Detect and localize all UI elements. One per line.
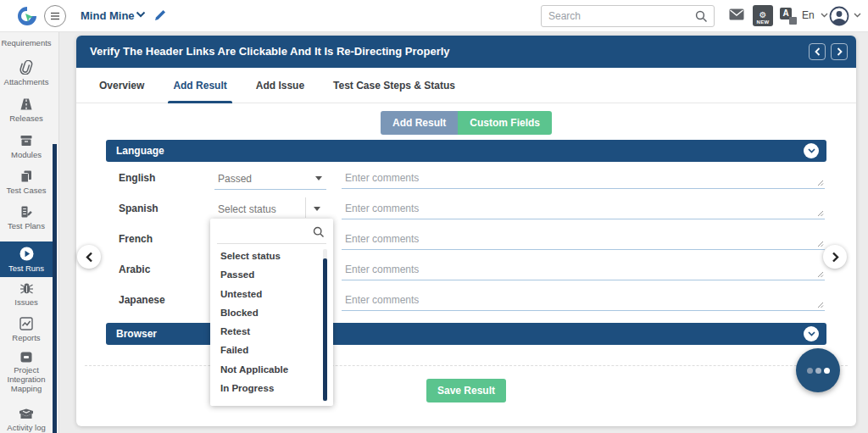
option-not-applicable[interactable]: Not Applicable xyxy=(210,360,333,379)
row-label: French xyxy=(119,233,153,245)
dropdown-scrollbar-thumb[interactable] xyxy=(323,258,327,401)
whats-new-icon[interactable]: ⚙ NEW xyxy=(753,5,773,26)
chevron-left-icon xyxy=(86,252,93,263)
floating-more-actions-button[interactable] xyxy=(796,348,840,392)
resize-grip-icon[interactable] xyxy=(817,241,824,247)
comment-textarea[interactable] xyxy=(342,257,825,280)
save-area: Save Result xyxy=(76,379,856,402)
chevron-left-icon xyxy=(815,47,821,56)
bug-icon xyxy=(19,281,34,295)
chevron-down-icon[interactable] xyxy=(136,11,146,18)
road-icon xyxy=(19,97,33,111)
search-input[interactable] xyxy=(548,7,688,25)
comment-field-french xyxy=(342,226,825,251)
translate-small-square xyxy=(789,17,797,25)
language-row-arabic: Arabic xyxy=(76,254,856,285)
divider xyxy=(85,365,848,366)
add-result-button[interactable]: Add Result xyxy=(381,111,458,135)
tab-add-issue[interactable]: Add Issue xyxy=(256,68,304,103)
user-avatar[interactable] xyxy=(829,6,849,26)
sidebar-item-reports[interactable]: Reports xyxy=(0,317,53,342)
expand-section-button[interactable] xyxy=(804,326,819,341)
copy-pages-icon xyxy=(19,169,33,183)
comment-field-english xyxy=(342,165,825,190)
resize-grip-icon[interactable] xyxy=(817,210,824,217)
tab-test-case-steps-status[interactable]: Test Case Steps & Status xyxy=(333,68,455,103)
project-selector[interactable]: Mind Mine xyxy=(81,9,135,22)
search-icon[interactable] xyxy=(695,10,708,23)
option-blocked[interactable]: Blocked xyxy=(210,303,333,322)
comment-field-arabic xyxy=(342,257,825,281)
sidebar-item-modules[interactable]: Modules xyxy=(0,134,53,159)
chart-icon xyxy=(19,317,33,330)
paperclip-icon xyxy=(19,60,33,75)
app-logo-icon[interactable] xyxy=(17,6,37,26)
section-title: Language xyxy=(116,145,164,157)
comment-field-japanese xyxy=(342,287,825,312)
tab-add-result[interactable]: Add Result xyxy=(173,68,226,103)
search-box xyxy=(541,5,715,27)
hamburger-menu-button[interactable] xyxy=(44,5,66,27)
sidebar-item-issues[interactable]: Issues xyxy=(0,281,53,307)
option-select-status[interactable]: Select status xyxy=(210,247,333,265)
comment-textarea[interactable] xyxy=(342,196,825,219)
sidebar-item-activity-log[interactable]: Activity log xyxy=(0,408,53,432)
comment-textarea[interactable] xyxy=(342,287,825,311)
sidebar-item-project-integration-mapping[interactable]: Project Integration Mapping xyxy=(0,352,53,393)
top-bar: Mind Mine ⚙ NEW A En xyxy=(0,0,868,32)
dropdown-search-input[interactable] xyxy=(217,220,302,241)
collapse-section-button[interactable] xyxy=(804,143,819,158)
tab-overview[interactable]: Overview xyxy=(99,68,144,103)
chevron-down-icon[interactable] xyxy=(821,13,828,18)
caret-down-icon xyxy=(315,176,322,180)
sidebar-item-test-cases[interactable]: Test Cases xyxy=(0,169,53,195)
comment-field-spanish xyxy=(342,196,825,220)
option-untested[interactable]: Untested xyxy=(210,285,333,303)
option-failed[interactable]: Failed xyxy=(210,341,333,359)
option-in-progress[interactable]: In Progress xyxy=(210,379,333,397)
edit-pencil-icon[interactable] xyxy=(154,9,166,21)
play-circle-icon xyxy=(19,247,34,261)
sidebar: Requirements Attachments Releases Module… xyxy=(0,32,59,433)
sidebar-item-attachments[interactable]: Attachments xyxy=(0,60,53,86)
status-select-spanish[interactable]: Select status xyxy=(214,196,326,220)
carousel-next-button[interactable] xyxy=(823,245,847,269)
language-section-header[interactable]: Language xyxy=(106,140,826,162)
save-result-button[interactable]: Save Result xyxy=(426,379,506,402)
sidebar-item-test-plans[interactable]: Test Plans xyxy=(0,205,53,230)
sidebar-item-test-runs[interactable]: Test Runs xyxy=(0,241,53,277)
sidebar-item-releases[interactable]: Releases xyxy=(0,97,53,123)
option-passed[interactable]: Passed xyxy=(210,265,333,284)
row-label: Spanish xyxy=(119,203,159,214)
language-selector[interactable]: En xyxy=(802,9,815,21)
sidebar-item-requirements[interactable]: Requirements xyxy=(0,38,53,47)
resize-grip-icon[interactable] xyxy=(817,302,824,308)
next-test-case-button[interactable] xyxy=(831,43,848,60)
row-label: Arabic xyxy=(119,264,150,275)
section-title: Browser xyxy=(116,328,157,340)
resize-grip-icon[interactable] xyxy=(817,180,824,186)
translate-icon[interactable]: A xyxy=(780,8,797,25)
carousel-prev-button[interactable] xyxy=(77,245,101,269)
card-header: Verify The Header Links Are Clickable An… xyxy=(76,36,856,68)
comment-textarea[interactable] xyxy=(342,226,825,250)
tab-bar: Overview Add Result Add Issue Test Case … xyxy=(76,68,856,103)
resize-grip-icon[interactable] xyxy=(817,271,824,278)
chevron-down-icon[interactable] xyxy=(854,13,861,18)
archive-box-icon xyxy=(19,134,33,147)
chevron-down-icon xyxy=(808,331,815,336)
test-run-card: Verify The Header Links Are Clickable An… xyxy=(76,36,856,426)
chevron-right-icon xyxy=(832,252,839,263)
option-retest[interactable]: Retest xyxy=(210,322,333,341)
mail-icon[interactable] xyxy=(729,8,744,20)
language-row-french: French xyxy=(76,224,856,254)
previous-test-case-button[interactable] xyxy=(809,43,826,60)
status-select-english[interactable]: Passed xyxy=(214,165,326,190)
custom-fields-button[interactable]: Custom Fields xyxy=(458,111,552,135)
comment-textarea[interactable] xyxy=(342,165,825,189)
language-row-japanese: Japanese xyxy=(76,285,856,315)
sidebar-scrollbar[interactable] xyxy=(53,144,57,433)
gear-icon: ⚙ xyxy=(760,11,767,19)
dropdown-option-list: Select status Passed Untested Blocked Re… xyxy=(210,247,333,397)
selected-status: Select status xyxy=(218,203,276,215)
